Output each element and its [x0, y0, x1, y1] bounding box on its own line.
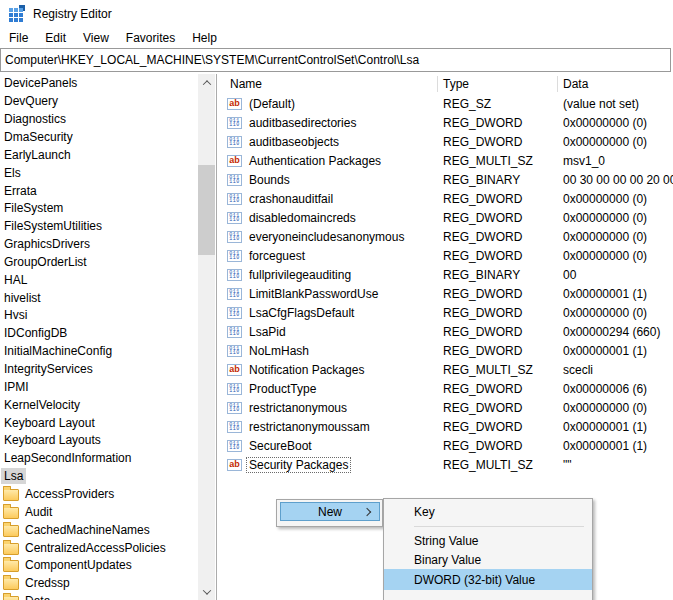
column-header-name[interactable]: Name [230, 74, 262, 94]
menu-view[interactable]: View [75, 29, 117, 47]
value-row-notification-packages[interactable]: abNotification PackagesREG_MULTI_SZscecl… [218, 360, 673, 379]
header-separator[interactable] [437, 76, 438, 92]
tree-item-earlylaunch[interactable]: EarlyLaunch [0, 146, 74, 164]
tree-item-initialmachineconfig[interactable]: InitialMachineConfig [0, 342, 115, 360]
value-name: ProductType [247, 382, 318, 396]
value-row-producttype[interactable]: 011110ProductTypeREG_DWORD0x00000006 (6) [218, 379, 673, 398]
column-header-data[interactable]: Data [563, 74, 588, 94]
value-type: REG_DWORD [443, 401, 522, 415]
value-row-lsapid[interactable]: 011110LsaPidREG_DWORD0x00000294 (660) [218, 322, 673, 341]
string-value-icon: ab [227, 155, 242, 167]
value-row-auditbasedirectories[interactable]: 011110auditbasedirectoriesREG_DWORD0x000… [218, 113, 673, 132]
tree-item-label: DevicePanels [1, 75, 80, 91]
tree-item-dmasecurity[interactable]: DmaSecurity [0, 128, 76, 146]
address-bar[interactable]: Computer\HKEY_LOCAL_MACHINE\SYSTEM\Curre… [0, 48, 671, 72]
tree-item-label: EarlyLaunch [1, 147, 74, 163]
tree-item-integrityservices[interactable]: IntegrityServices [0, 360, 96, 378]
scrollbar-thumb[interactable] [198, 165, 215, 255]
value-row-authentication-packages[interactable]: abAuthentication PackagesREG_MULTI_SZmsv… [218, 151, 673, 170]
value-row-crashonauditfail[interactable]: 011110crashonauditfailREG_DWORD0x0000000… [218, 189, 673, 208]
value-row-restrictanonymoussam[interactable]: 011110restrictanonymoussamREG_DWORD0x000… [218, 417, 673, 436]
tree-item-componentupdates[interactable]: ComponentUpdates [0, 556, 135, 574]
tree-item-devquery[interactable]: DevQuery [0, 92, 61, 110]
submenu-item-binary-value[interactable]: Binary Value [384, 550, 592, 569]
tree-item-label: Keyboard Layout [1, 415, 98, 431]
value-row-security-packages[interactable]: abSecurity PackagesREG_MULTI_SZ"" [218, 455, 673, 474]
header-separator[interactable] [557, 76, 558, 92]
value-type: REG_MULTI_SZ [443, 154, 533, 168]
value-row-lsacfgflagsdefault[interactable]: 011110LsaCfgFlagsDefaultREG_DWORD0x00000… [218, 303, 673, 322]
value-type: REG_DWORD [443, 306, 522, 320]
tree-item-filesystem[interactable]: FileSystem [0, 199, 66, 217]
menu-favorites[interactable]: Favorites [118, 29, 183, 47]
tree-item-idconfigdb[interactable]: IDConfigDB [0, 324, 70, 342]
submenu-item-dword-32-bit-value[interactable]: DWORD (32-bit) Value [384, 569, 592, 590]
tree-item-hal[interactable]: HAL [0, 271, 30, 289]
value-type: REG_DWORD [443, 420, 522, 434]
value-row-secureboot[interactable]: 011110SecureBootREG_DWORD0x00000001 (1) [218, 436, 673, 455]
dword-value-icon: 011110 [227, 288, 242, 300]
tree-item-label: CentralizedAccessPolicies [22, 540, 169, 556]
tree-item-data[interactable]: Data [0, 592, 53, 600]
submenu-item-key[interactable]: Key [384, 502, 592, 522]
scroll-up-icon[interactable] [198, 74, 215, 91]
submenu-item-label: Key [414, 505, 435, 519]
value-row-disabledomaincreds[interactable]: 011110disabledomaincredsREG_DWORD0x00000… [218, 208, 673, 227]
value-row-auditbaseobjects[interactable]: 011110auditbaseobjectsREG_DWORD0x0000000… [218, 132, 673, 151]
value-row-nolmhash[interactable]: 011110NoLmHashREG_DWORD0x00000001 (1) [218, 341, 673, 360]
value-row-forceguest[interactable]: 011110forceguestREG_DWORD0x00000000 (0) [218, 246, 673, 265]
tree-item-leapsecondinformation[interactable]: LeapSecondInformation [0, 449, 134, 467]
tree-item-cachedmachinenames[interactable]: CachedMachineNames [0, 521, 153, 539]
submenu-item-label: String Value [414, 534, 478, 548]
tree-item-credssp[interactable]: Credssp [0, 574, 73, 592]
tree-item-grouporderlist[interactable]: GroupOrderList [0, 253, 90, 271]
menu-edit[interactable]: Edit [37, 29, 74, 47]
tree-item-filesystemutilities[interactable]: FileSystemUtilities [0, 217, 105, 235]
value-type: REG_DWORD [443, 344, 522, 358]
panel-splitter[interactable] [216, 74, 217, 600]
value-row-bounds[interactable]: 011110BoundsREG_BINARY00 30 00 00 00 20 … [218, 170, 673, 189]
cell-name: 011110auditbaseobjects [227, 135, 341, 149]
cell-name: abAuthentication Packages [227, 154, 383, 168]
scroll-down-icon[interactable] [198, 583, 215, 600]
tree-item-ipmi[interactable]: IPMI [0, 378, 32, 396]
submenu-item-string-value[interactable]: String Value [384, 531, 592, 550]
value-row-everyoneincludesanonymous[interactable]: 011110everyoneincludesanonymousREG_DWORD… [218, 227, 673, 246]
tree-item-accessproviders[interactable]: AccessProviders [0, 485, 117, 503]
folder-icon [3, 596, 19, 600]
tree-item-els[interactable]: Els [0, 164, 24, 182]
value-data: msv1_0 [563, 154, 605, 168]
tree-item-label: Diagnostics [1, 111, 69, 127]
context-menu-item-new[interactable]: New [280, 502, 380, 521]
tree-scrollbar[interactable] [198, 74, 215, 600]
tree-item-kernelvelocity[interactable]: KernelVelocity [0, 396, 83, 414]
dword-value-icon: 011110 [227, 174, 242, 186]
tree-item-lsa[interactable]: Lsa [0, 467, 26, 485]
tree-item-keyboard-layouts[interactable]: Keyboard Layouts [0, 432, 104, 450]
menu-file[interactable]: File [1, 29, 36, 47]
tree-item-diagnostics[interactable]: Diagnostics [0, 110, 69, 128]
tree-item-hivelist[interactable]: hivelist [0, 289, 44, 307]
value-type: REG_BINARY [443, 268, 520, 282]
tree-item-errata[interactable]: Errata [0, 182, 40, 200]
tree-item-hvsi[interactable]: Hvsi [0, 307, 30, 325]
value-row-restrictanonymous[interactable]: 011110restrictanonymousREG_DWORD0x000000… [218, 398, 673, 417]
value-name: (Default) [247, 97, 297, 111]
tree-item-keyboard-layout[interactable]: Keyboard Layout [0, 414, 98, 432]
submenu-arrow-icon [363, 508, 371, 516]
dword-value-icon: 011110 [227, 212, 242, 224]
tree-item-label: KernelVelocity [1, 397, 83, 413]
value-row-limitblankpassworduse[interactable]: 011110LimitBlankPasswordUseREG_DWORD0x00… [218, 284, 673, 303]
value-row-fullprivilegeauditing[interactable]: 011110fullprivilegeauditingREG_BINARY00 [218, 265, 673, 284]
value-type: REG_DWORD [443, 439, 522, 453]
column-header-type[interactable]: Type [443, 74, 469, 94]
tree-item-audit[interactable]: Audit [0, 503, 55, 521]
tree-item-devicepanels[interactable]: DevicePanels [0, 75, 80, 93]
menu-help[interactable]: Help [184, 29, 225, 47]
value-row--default-[interactable]: ab(Default)REG_SZ(value not set) [218, 94, 673, 113]
tree-item-centralizedaccesspolicies[interactable]: CentralizedAccessPolicies [0, 539, 169, 557]
tree-item-graphicsdrivers[interactable]: GraphicsDrivers [0, 235, 93, 253]
tree-item-label: GraphicsDrivers [1, 236, 93, 252]
tree-item-label: Els [1, 165, 24, 181]
cell-name: 011110NoLmHash [227, 344, 311, 358]
